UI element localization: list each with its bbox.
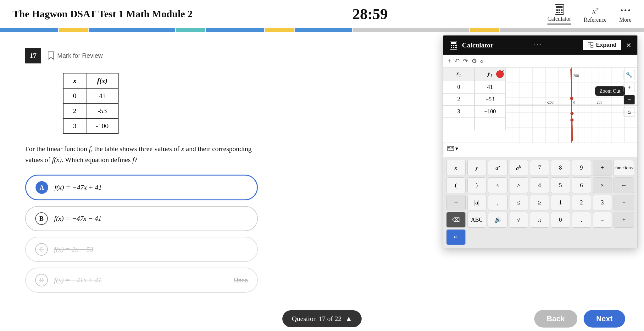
calculator-tool[interactable]: Calculator [547,4,571,24]
calc-close-button[interactable]: × [626,41,631,50]
undo-button[interactable]: ↶ [454,57,460,65]
collapse-button[interactable]: « [480,57,484,65]
key-y[interactable]: y [467,160,487,176]
question-panel: 17 Mark for Review x f(x) 0 41 [0,32,283,306]
svg-text:x²: x² [592,6,599,15]
choice-b[interactable]: B f(x) = −47x − 41 [25,206,258,231]
undo-link[interactable]: Undo [234,277,248,284]
key-equals[interactable]: = [593,212,612,228]
key-divide[interactable]: ÷ [593,160,612,176]
key-lt[interactable]: < [488,177,508,193]
svg-rect-14 [451,45,452,46]
key-left-arrow[interactable]: ← [613,177,634,193]
choice-d-math: f(x) = −41x + 41 [54,276,102,284]
choice-d[interactable]: D f(x) = −41x + 41 Undo [25,268,258,293]
question-nav-label: Question 17 of 22 [292,315,341,323]
more-tool[interactable]: More [619,5,631,23]
svg-text:-200: -200 [547,100,553,105]
key-le[interactable]: ≤ [509,195,529,210]
calc-drag-handle[interactable]: ··· [534,41,542,49]
key-a2[interactable]: a² [488,160,508,176]
next-button[interactable]: Next [584,310,625,328]
progress-seg-8 [353,28,469,32]
add-expression-button[interactable]: + [447,57,451,65]
svg-rect-20 [588,43,590,45]
settings-button[interactable]: ⚙ [471,57,477,65]
key-2[interactable]: 2 [572,195,591,210]
more-label: More [619,17,631,23]
calculator-label: Calculator [547,16,571,22]
key-ge[interactable]: ≥ [530,195,549,210]
svg-rect-42 [452,149,453,149]
progress-seg-10 [500,28,644,32]
key-5[interactable]: 5 [551,177,570,193]
calc-title-label: Calculator [462,41,493,49]
key-9[interactable]: 9 [572,160,591,176]
key-sqrt[interactable]: √ [509,212,529,228]
gdt-row-3: 3 −100 [443,106,506,118]
calculator-overlay: Calculator ··· Expand × + ↶ ↷ ⚙ [443,35,638,248]
key-add[interactable]: + [613,212,634,228]
key-8[interactable]: 8 [551,160,570,176]
zoom-in-button[interactable]: + [624,83,635,92]
key-7[interactable]: 7 [530,160,549,176]
footer: Question 17 of 22 ▲ Back Next [0,306,644,331]
key-abc[interactable]: ABC [467,212,487,228]
keypad-toolbar: ▾ [443,143,637,154]
key-enter[interactable]: ↵ [446,229,466,245]
key-functions[interactable]: functions [613,160,634,176]
key-abs[interactable]: |a| [467,195,487,210]
svg-rect-18 [453,47,454,48]
table-header-fx: f(x) [86,73,118,88]
calc-title-area: Calculator [449,41,493,50]
back-button[interactable]: Back [534,310,577,328]
svg-rect-35 [448,147,449,148]
key-multiply[interactable]: × [593,177,612,193]
choice-b-letter: B [35,212,48,225]
redo-button[interactable]: ↷ [463,57,468,65]
key-dot[interactable]: . [572,212,591,228]
key-3[interactable]: 3 [593,195,612,210]
gdt-row-1: 0 41 [443,81,506,93]
key-rparen[interactable]: ) [467,177,487,193]
expand-button[interactable]: Expand [583,40,621,50]
svg-rect-15 [453,45,454,46]
home-button[interactable]: ⌂ [624,107,635,117]
key-4[interactable]: 4 [530,177,549,193]
svg-rect-36 [449,147,450,148]
choice-c[interactable]: C f(x) = 2x − 53 [25,237,258,262]
svg-rect-2 [556,9,558,11]
key-pi[interactable]: π [530,212,549,228]
key-1[interactable]: 1 [551,195,570,210]
svg-rect-39 [448,149,449,149]
expand-icon [587,42,594,48]
keyboard-toggle-button[interactable]: ▾ [443,143,462,154]
svg-rect-38 [452,147,453,148]
gdt-header-x: x1 [443,68,475,81]
question-nav-pill[interactable]: Question 17 of 22 ▲ [282,310,362,327]
key-gt[interactable]: > [509,177,529,193]
key-0[interactable]: 0 [551,212,570,228]
mark-for-review-button[interactable]: Mark for Review [47,51,103,60]
zoom-out-button[interactable]: − [624,95,635,105]
key-lparen[interactable]: ( [446,177,466,193]
choice-a[interactable]: A f(x) = −47x + 41 [25,175,258,200]
choice-b-math: f(x) = −47x − 41 [54,214,102,223]
key-comma[interactable]: , [488,195,508,210]
zoom-out-badge[interactable]: Zoom Out [595,86,625,96]
progress-seg-3 [89,28,175,32]
wrench-button[interactable]: 🔧 [624,70,635,80]
key-right-arrow[interactable]: → [446,195,466,210]
key-6[interactable]: 6 [572,177,591,193]
key-x[interactable]: x [446,160,466,176]
key-ab[interactable]: ab [509,160,529,176]
svg-rect-1 [556,6,563,8]
svg-text:200: 200 [573,73,579,78]
calc-icon [449,41,458,50]
reference-tool[interactable]: x² Reference [584,5,607,23]
gdt-close-btn[interactable]: × [502,69,504,74]
table-cell: 0 [63,88,86,103]
key-backspace[interactable]: ⌫ [446,212,466,228]
key-sound[interactable]: 🔊 [488,212,508,228]
key-subtract[interactable]: − [613,195,634,210]
